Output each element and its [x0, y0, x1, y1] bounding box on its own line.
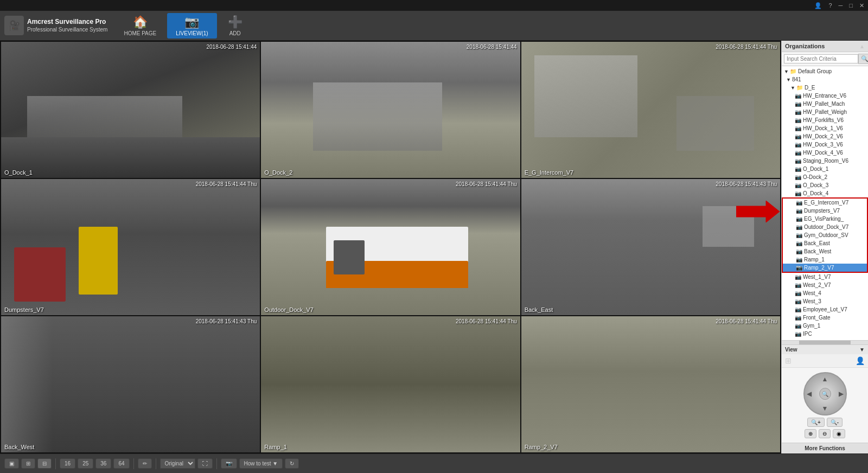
more-functions-btn[interactable]: More Functions — [782, 443, 868, 453]
tree-item-o-dock4[interactable]: 📷 O_Dock_4 — [782, 189, 868, 197]
close-btn[interactable]: ✕ — [858, 2, 866, 9]
snapshot-btn[interactable]: 📷 — [221, 458, 237, 469]
tree-item-ipc[interactable]: 📷 IPC — [782, 330, 868, 338]
maximize-btn[interactable]: □ — [847, 2, 854, 9]
edit-btn[interactable]: ✏ — [138, 458, 152, 469]
tree-item-hw-forklifts[interactable]: 📷 HW_Forklifts_V6 — [782, 116, 868, 124]
tree-item-west1[interactable]: 📷 West_1_V7 — [782, 273, 868, 281]
question-icon[interactable]: ? — [827, 2, 833, 9]
camera-cell-6[interactable]: 2018-06-28 15:41:43 Thu Back_East — [521, 179, 780, 315]
layout-3x3-btn[interactable]: ⊟ — [37, 458, 52, 469]
camera-2-label: O_Dock_2 — [264, 169, 292, 176]
user-icon[interactable]: 👤 — [813, 2, 824, 9]
zoom-out-btn[interactable]: 🔍- — [827, 418, 843, 427]
camera-8-label: Ramp_1 — [264, 444, 287, 450]
refresh-btn[interactable]: ↻ — [285, 458, 299, 469]
tree-item-back-east[interactable]: 📷 Back_East — [783, 239, 867, 247]
focus-near-btn[interactable]: ⊕ — [805, 429, 816, 438]
tree-item-hw-pallet-mach[interactable]: 📷 HW_Pallet_Mach — [782, 100, 868, 108]
ptz-left-icon[interactable]: ◀ — [807, 390, 812, 398]
camera-icon: 📷 — [796, 200, 802, 206]
ptz-down-icon[interactable]: ▼ — [822, 405, 828, 412]
tree-item-ramp2[interactable]: 📷 Ramp_2_V7 — [783, 264, 867, 272]
camera-cell-2[interactable]: 2018-06-28 15:41:44 O_Dock_2 — [261, 42, 520, 178]
grid-16-btn[interactable]: 16 — [60, 458, 75, 469]
nav-home[interactable]: 🏠 HOME PAGE — [115, 13, 165, 39]
layout-1x1-btn[interactable]: ▣ — [4, 458, 19, 469]
tree-item-hw-dock3[interactable]: 📷 HW_Dock_3_V6 — [782, 140, 868, 149]
tree-item-o-dock1[interactable]: 📷 O_Dock_1 — [782, 165, 868, 173]
view-collapse-icon[interactable]: ▼ — [859, 347, 865, 353]
grid-64-btn[interactable]: 64 — [113, 458, 129, 469]
tree-item-hw-dock2[interactable]: 📷 HW_Dock_2_V6 — [782, 132, 868, 140]
camera-icon: 📷 — [795, 142, 801, 148]
tree-item-default-group[interactable]: ▼ 📁 Default Group — [782, 67, 868, 75]
organizations-title: Organizations — [785, 43, 825, 49]
tree-item-eg-intercom[interactable]: 📷 E_G_Intercom_V7 — [783, 199, 867, 207]
tree-item-hw-pallet-weigh[interactable]: 📷 HW_Pallet_Weigh — [782, 108, 868, 116]
focus-far-btn[interactable]: ⊖ — [819, 429, 831, 438]
tree-item-west3[interactable]: 📷 West_3 — [782, 297, 868, 305]
tree-item-o-dock2[interactable]: 📷 O-Dock_2 — [782, 173, 868, 181]
tree-item-staging-room[interactable]: 📷 Staging_Room_V6 — [782, 157, 868, 165]
camera-4-label: Dumpsters_V7 — [4, 306, 44, 313]
horizontal-scrollbar[interactable] — [782, 340, 868, 344]
nav-add[interactable]: ➕ ADD — [219, 13, 251, 39]
tree-item-o-dock3[interactable]: 📷 O_Dock_3 — [782, 181, 868, 189]
search-input[interactable] — [784, 54, 858, 63]
tree-item-outdoor-dock[interactable]: 📷 Outdoor_Dock_V7 — [783, 223, 867, 231]
tree-item-hw-dock1[interactable]: 📷 HW_Dock_1_V6 — [782, 124, 868, 132]
zoom-select[interactable]: Original — [160, 458, 195, 469]
camera-cell-3[interactable]: 2018-06-28 15:41:44 Thu E_G_Intercom_V7 — [521, 42, 780, 178]
camera-icon: 📷 — [796, 208, 802, 214]
tree-item-front-gate[interactable]: 📷 Front_Gate — [782, 314, 868, 322]
tree-item-west2[interactable]: 📷 West_2_V7 — [782, 281, 868, 289]
main-area: 2018-06-28 15:41:44 O_Dock_1 2018-06-28 … — [0, 41, 868, 453]
ptz-up-icon[interactable]: ▲ — [822, 375, 828, 383]
nav-liveview[interactable]: 📷 LIVEVIEW(1) — [167, 13, 216, 39]
tree-item-hw-entrance[interactable]: 📷 HW_Entrance_V6 — [782, 92, 868, 100]
grid-25-btn[interactable]: 25 — [78, 458, 93, 469]
camera-cell-4[interactable]: 2018-06-28 15:41:44 Thu Dumpsters_V7 — [1, 179, 260, 315]
grid-view-icon[interactable]: ⊞ — [785, 356, 792, 365]
ptz-wheel[interactable]: ▲ ▼ ◀ ▶ 🔍 — [803, 372, 847, 416]
tree-item-gym1[interactable]: 📷 Gym_1 — [782, 322, 868, 330]
camera-3-timestamp: 2018-06-28 15:41:44 Thu — [716, 44, 777, 50]
search-button[interactable]: 🔍 — [858, 54, 868, 64]
camera-icon: 📷 — [796, 265, 802, 271]
camera-cell-7[interactable]: 2018-06-28 15:41:43 Thu Back_West — [1, 316, 260, 452]
tree-item-de[interactable]: ▼ 📁 D_E — [782, 84, 868, 92]
camera-icon: 📷 — [795, 315, 801, 321]
tree-item-dumpsters[interactable]: 📷 Dumpsters_V7 — [783, 207, 867, 215]
camera-cell-9[interactable]: 2018-06-28 15:41:44 Thu Ramp_2_V7 — [521, 316, 780, 452]
tree-container: ▼ 📁 Default Group ▼ 841 ▼ 📁 D_E 📷 HW_Ent… — [782, 66, 868, 340]
tree-item-841[interactable]: ▼ 841 — [782, 75, 868, 84]
zoom-in-btn[interactable]: 🔍+ — [807, 418, 825, 427]
camera-cell-1[interactable]: 2018-06-28 15:41:44 O_Dock_1 — [1, 42, 260, 178]
tree-item-hw-dock4[interactable]: 📷 HW_Dock_4_V6 — [782, 149, 868, 157]
tree-item-eg-visparking[interactable]: 📷 EG_VisParking_ — [783, 215, 867, 223]
person-track-icon[interactable]: 👤 — [856, 356, 865, 365]
tree-item-employee-lot[interactable]: 📷 Employee_Lot_V7 — [782, 305, 868, 314]
camera-cell-5[interactable]: 2018-06-28 15:41:44 Thu Outdoor_Dock_V7 — [261, 179, 520, 315]
ptz-right-icon[interactable]: ▶ — [839, 390, 844, 398]
how-to-test-btn[interactable]: How to test ▼ — [239, 458, 283, 469]
tree-item-back-west[interactable]: 📷 Back_West — [783, 247, 867, 255]
tree-item-gym-outdoor[interactable]: 📷 Gym_Outdoor_SV — [783, 231, 867, 239]
add-icon: ➕ — [228, 15, 242, 29]
camera-cell-8[interactable]: 2018-06-28 15:41:44 Thu Ramp_1 — [261, 316, 520, 452]
tree-item-west4[interactable]: 📷 West_4 — [782, 289, 868, 297]
layout-2x2-btn[interactable]: ⊞ — [21, 458, 35, 469]
top-nav: 🎥 Amcrest Surveillance Pro Professional … — [0, 11, 868, 41]
grid-36-btn[interactable]: 36 — [95, 458, 111, 469]
fullscreen-btn[interactable]: ⛶ — [197, 458, 213, 469]
camera-6-label: Back_East — [525, 306, 553, 313]
organizations-collapse[interactable]: ▲ — [859, 43, 865, 49]
camera-icon: 📷 — [795, 282, 801, 288]
minimize-btn[interactable]: ─ — [837, 2, 845, 9]
ptz-center-btn[interactable]: 🔍 — [819, 388, 831, 400]
home-icon: 🏠 — [133, 15, 148, 29]
tree-item-ramp1[interactable]: 📷 Ramp_1 — [783, 255, 867, 264]
expand-icon: ▼ — [784, 69, 789, 74]
iris-open-btn[interactable]: ◉ — [833, 429, 845, 438]
